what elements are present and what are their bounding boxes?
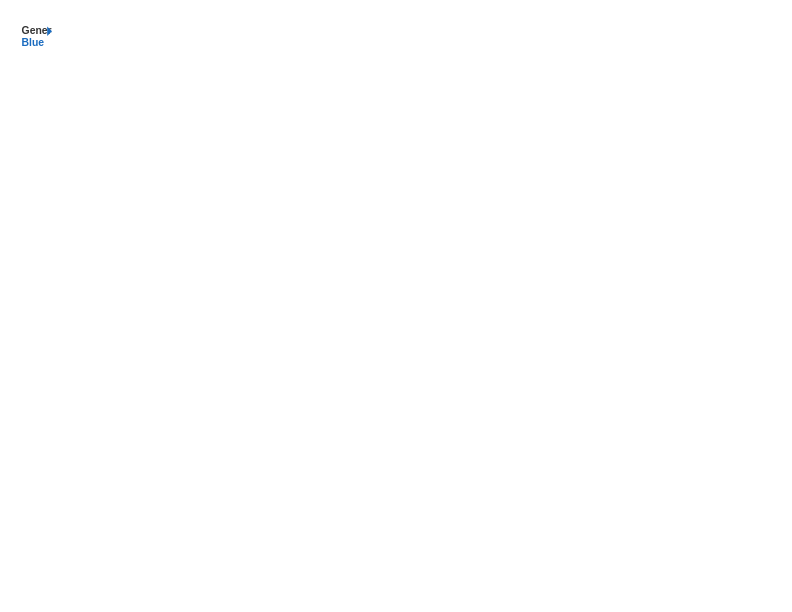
page-header: General Blue xyxy=(20,20,772,52)
svg-text:Blue: Blue xyxy=(22,37,45,48)
logo: General Blue xyxy=(20,20,52,52)
logo-icon: General Blue xyxy=(20,20,52,52)
